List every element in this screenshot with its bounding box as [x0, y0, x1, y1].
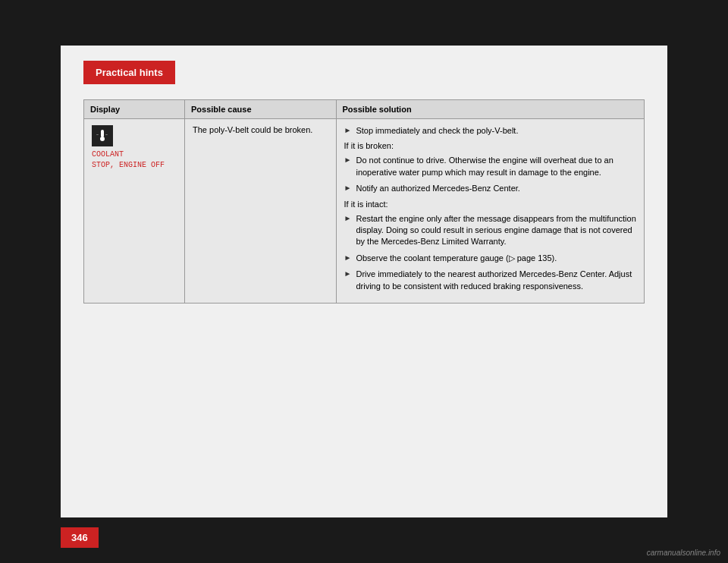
page-content: Practical hints Display Possible cause P…	[61, 46, 667, 517]
page-number: 346	[61, 527, 99, 548]
svg-rect-2	[102, 134, 103, 139]
solution-text-0: Stop immediately and check the poly-V-be…	[356, 125, 518, 137]
if-intact-label: If it is intact:	[344, 200, 636, 209]
solution-bullet-1: ► Do not continue to drive. Otherwise th…	[344, 155, 636, 178]
main-table: Display Possible cause Possible solution	[83, 99, 645, 304]
solution-text-5: Drive immediately to the nearest authori…	[356, 269, 636, 292]
solution-text-2: Notify an authorized Mercedes-Benz Cente…	[356, 183, 519, 194]
cause-text: The poly-V-belt could be broken.	[193, 125, 312, 134]
solution-text-1: Do not continue to drive. Otherwise the …	[356, 155, 636, 178]
col-header-display: Display	[84, 100, 185, 119]
col-header-cause: Possible cause	[185, 100, 337, 119]
solution-bullet-0: ► Stop immediately and check the poly-V-…	[344, 125, 636, 137]
warning-icon-box: ~ ~	[92, 125, 113, 146]
coolant-warning-icon: ~ ~	[95, 128, 110, 143]
solution-bullet-4: ► Observe the coolant temperature gauge …	[344, 253, 636, 264]
solution-text-3: Restart the engine only after the messag…	[356, 213, 636, 248]
svg-text:~: ~	[105, 132, 108, 137]
section-header: Practical hints	[83, 61, 175, 84]
watermark: carmanualsonline.info	[647, 549, 720, 557]
solution-bullet-2: ► Notify an authorized Mercedes-Benz Cen…	[344, 183, 636, 194]
solution-cell: ► Stop immediately and check the poly-V-…	[336, 119, 644, 304]
cause-cell: The poly-V-belt could be broken.	[185, 119, 337, 304]
if-broken-label: If it is broken:	[344, 141, 636, 150]
solution-bullet-3: ► Restart the engine only after the mess…	[344, 213, 636, 248]
arrow-icon-0: ►	[344, 126, 352, 134]
display-cell: ~ ~ COOLANT STOP, ENGINE OFF	[84, 119, 185, 304]
arrow-icon-4: ►	[344, 253, 352, 262]
arrow-icon-1: ►	[344, 156, 352, 164]
coolant-display-text: COOLANT STOP, ENGINE OFF	[92, 149, 177, 171]
solution-text-4: Observe the coolant temperature gauge (▷…	[356, 253, 557, 264]
svg-text:~: ~	[96, 132, 99, 137]
table-row: ~ ~ COOLANT STOP, ENGINE OFF The poly-V-…	[84, 119, 645, 304]
arrow-icon-5: ►	[344, 269, 352, 278]
arrow-icon-3: ►	[344, 214, 352, 222]
solution-bullet-5: ► Drive immediately to the nearest autho…	[344, 269, 636, 292]
arrow-icon-2: ►	[344, 184, 352, 192]
col-header-solution: Possible solution	[336, 100, 644, 119]
